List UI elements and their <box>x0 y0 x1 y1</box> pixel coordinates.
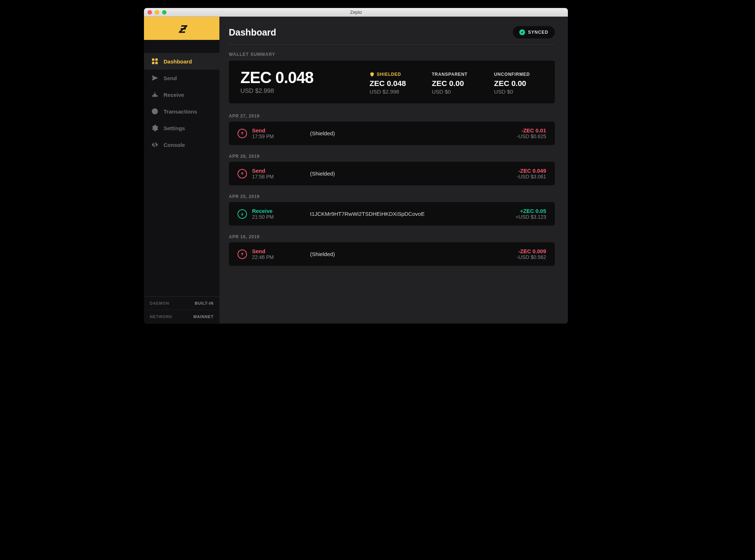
status-value: MAINNET <box>193 314 214 319</box>
sidebar-item-send[interactable]: Send <box>144 70 219 86</box>
dashboard-icon <box>151 58 158 65</box>
svg-rect-2 <box>152 62 154 64</box>
sidebar-item-label: Settings <box>164 125 185 131</box>
transaction-address: (Shielded) <box>310 170 517 177</box>
transaction-amount-usd: -USD $3.061 <box>517 174 546 180</box>
zcash-logo-icon: ƶ <box>178 21 185 36</box>
transaction-row[interactable]: Receive21:50 PMt1JCKMr9HT7RwWi2TSDHEiHKD… <box>229 202 555 226</box>
arrow-up-icon <box>238 129 247 138</box>
divider <box>229 44 555 45</box>
main-content: Dashboard SYNCED WALLET SUMMARY ZEC 0.04… <box>219 17 568 324</box>
arrow-up-icon <box>238 250 247 259</box>
maximize-icon[interactable] <box>162 10 166 15</box>
sidebar-item-console[interactable]: Console <box>144 136 219 153</box>
window-title: Zepio <box>144 9 568 15</box>
sync-status-badge: SYNCED <box>513 26 555 38</box>
sidebar-item-receive[interactable]: Receive <box>144 86 219 103</box>
transaction-address: (Shielded) <box>310 251 517 257</box>
wallet-summary-card: ZEC 0.048 USD $2.998 SHIELDED ZEC 0.048 … <box>229 61 555 103</box>
svg-rect-3 <box>156 62 158 64</box>
transparent-usd: USD $0 <box>432 88 481 95</box>
minimize-icon[interactable] <box>155 10 159 15</box>
receive-icon <box>151 91 158 98</box>
unconfirmed-usd: USD $0 <box>494 88 543 95</box>
app-logo: ƶ <box>144 17 219 40</box>
transaction-row[interactable]: Send17:58 PM(Shielded)-ZEC 0.049-USD $3.… <box>229 162 555 185</box>
sidebar-item-label: Receive <box>164 92 184 98</box>
arrow-up-icon <box>238 169 247 178</box>
transaction-row[interactable]: Send17:59 PM(Shielded)-ZEC 0.01-USD $0.6… <box>229 122 555 145</box>
transaction-amount-usd: +USD $3.123 <box>516 214 546 220</box>
status-label: DAEMON <box>150 301 169 305</box>
svg-rect-0 <box>152 59 154 61</box>
transaction-amount-zec: +ZEC 0.05 <box>516 208 546 214</box>
transaction-type: Send <box>252 127 274 133</box>
transaction-amount-zec: -ZEC 0.049 <box>517 168 546 174</box>
sidebar: ƶ Dashboard Send <box>144 17 219 324</box>
check-icon <box>519 29 525 35</box>
gear-icon <box>151 124 158 132</box>
app-window: Zepio ƶ Dashboard <box>144 8 568 324</box>
transaction-time: 17:59 PM <box>252 133 274 139</box>
unconfirmed-zec: ZEC 0.00 <box>494 79 543 88</box>
nav: Dashboard Send Receive <box>144 53 219 296</box>
console-icon <box>151 141 158 148</box>
page-title: Dashboard <box>229 27 276 38</box>
sidebar-item-transactions[interactable]: Transactions <box>144 103 219 120</box>
transparent-zec: ZEC 0.00 <box>432 79 481 88</box>
unconfirmed-label: UNCONFIRMED <box>494 72 530 77</box>
shielded-label: SHIELDED <box>377 72 401 77</box>
transaction-address: t1JCKMr9HT7RwWi2TSDHEiHKDXiSpDCovoE <box>310 211 516 217</box>
sidebar-item-settings[interactable]: Settings <box>144 120 219 136</box>
status-daemon: DAEMON BUILT-IN <box>144 297 219 310</box>
transaction-type: Send <box>252 168 274 174</box>
transaction-date: APR 25, 2019 <box>229 194 555 199</box>
sync-status-label: SYNCED <box>528 30 548 35</box>
status-value: BUILT-IN <box>195 301 214 305</box>
sidebar-item-label: Console <box>164 142 185 148</box>
total-balance-usd: USD $2.998 <box>240 87 356 95</box>
transaction-time: 21:50 PM <box>252 214 274 220</box>
transaction-list: APR 27, 2019Send17:59 PM(Shielded)-ZEC 0… <box>229 114 555 266</box>
shielded-zec: ZEC 0.048 <box>370 79 419 88</box>
svg-point-4 <box>152 109 158 114</box>
sidebar-item-label: Send <box>164 75 177 81</box>
transaction-amount-zec: -ZEC 0.01 <box>517 127 546 133</box>
svg-rect-1 <box>156 59 158 61</box>
sidebar-item-dashboard[interactable]: Dashboard <box>144 53 219 70</box>
transaction-type: Receive <box>252 208 274 214</box>
wallet-summary-label: WALLET SUMMARY <box>229 52 555 57</box>
arrow-down-icon <box>238 209 247 219</box>
transaction-address: (Shielded) <box>310 130 517 136</box>
transaction-amount-zec: -ZEC 0.009 <box>517 248 546 254</box>
transaction-date: APR 27, 2019 <box>229 114 555 119</box>
transaction-type: Send <box>252 248 274 254</box>
sidebar-item-label: Dashboard <box>164 58 192 65</box>
transaction-amount-usd: -USD $0.625 <box>517 133 546 139</box>
total-balance-zec: ZEC 0.048 <box>240 69 356 86</box>
transaction-date: APR 16, 2019 <box>229 234 555 239</box>
shielded-usd: USD $2.998 <box>370 88 419 95</box>
status-network: NETWORK MAINNET <box>144 310 219 324</box>
transaction-row[interactable]: Send22:46 PM(Shielded)-ZEC 0.009-USD $0.… <box>229 242 555 266</box>
transaction-date: APR 26, 2019 <box>229 154 555 159</box>
transactions-icon <box>151 108 158 115</box>
titlebar: Zepio <box>144 8 568 17</box>
send-icon <box>151 74 158 82</box>
sidebar-item-label: Transactions <box>164 108 197 115</box>
transaction-time: 17:58 PM <box>252 174 274 180</box>
shield-icon <box>370 72 375 77</box>
close-icon[interactable] <box>148 10 152 15</box>
transaction-time: 22:46 PM <box>252 254 274 260</box>
transaction-amount-usd: -USD $0.562 <box>517 254 546 260</box>
status-block: DAEMON BUILT-IN NETWORK MAINNET <box>144 296 219 324</box>
transparent-label: TRANSPARENT <box>432 72 468 77</box>
status-label: NETWORK <box>150 314 172 319</box>
